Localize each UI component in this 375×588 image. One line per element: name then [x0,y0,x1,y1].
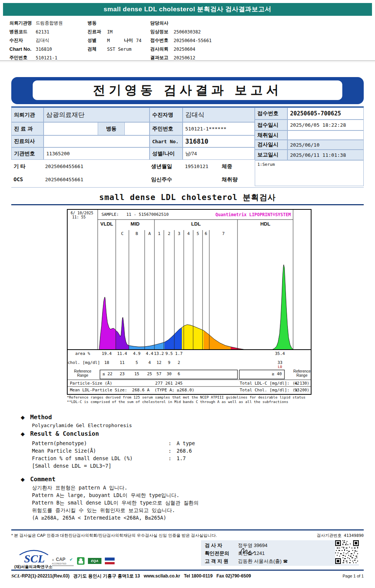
divider [11,204,364,205]
lipoprint-system-label: Quantimetrix LIPOPRINT®SYSTEM [192,212,291,217]
comment-heading: ◆ Comment [21,476,56,483]
ldl-band-1: 1 [154,231,164,236]
field-accept-no: 접수번호 20250604-55661 [150,36,237,45]
chol-hdl-low-flag: LO [272,365,287,369]
cell-label: 임신주수 [151,176,172,183]
report-banner-title: 전기영동 검사결과 보고서 [33,80,342,100]
ref-vldl: ≤ 22 [99,371,116,376]
anab-logo [105,558,115,564]
ref-midc: 23 [116,371,129,376]
chol-ldl3: 2 [172,360,185,365]
ldl-band-6: 6 [203,231,209,236]
hdl-area [272,265,294,350]
ref-ldl3: 6 [172,371,185,376]
result-sdldl-fraction: Fraction % of small dense LDL (%) : 1.7 [32,455,195,463]
result-pattern: Pattern(phenotype) : A type [32,440,195,448]
divider [11,570,364,571]
midc-area [116,317,129,350]
band-ldl-label: LDL [154,221,237,227]
cell-value: 19510121 [185,164,209,169]
svg-text:SCL: SCL [24,552,45,564]
cell-value [44,135,150,147]
row-label-reference-right: Reference Range [293,369,311,377]
cell-label: 수진자명 [150,108,183,122]
cell-value: 316810 [183,135,255,147]
cell-value: 삼광의료재단 [44,108,150,122]
cell-value: 남/74 [183,147,255,160]
cell-label: 진 료 과 [11,122,44,135]
row-label-particle-size: Particle-Size (Å) [70,381,112,386]
report-banner: 전기영동 검사결과 보고서 [11,77,364,104]
chart-footnote-2: **LDL-C is comprised of the sum of chole… [67,400,288,404]
patient-header-col2: 병동 진료과 IM 성별 M 나이 74 검체 SST Serum [88,19,148,53]
result-mean-size: Mean Particle Size(Å) : 268.6 [32,448,195,455]
result-note: [Small dense LDL = LDL3~7] [32,463,195,470]
chart-section-title: small dense LDL cholesterol 분획검사 [0,192,375,203]
cell-label: OCS [14,176,23,182]
cell-ward-label: 병동 [98,122,125,135]
mid-band-a: A [145,231,154,236]
certification-line: * 본 검사실은 CAP 인증과 대한진단검사의학회/진단검사의학재단의 우수검… [11,533,364,538]
result-sdldl-fraction-value: 1.7 [177,455,186,463]
cell-label: 접수번호 [255,108,287,120]
ldl-band-5: 5 [193,231,203,236]
result-rows: Pattern(phenotype) : A type Mean Particl… [32,440,195,470]
footer-left: SCL-RP2(1)-202211(Rev.03) 경기도 용인시 기흥구 흥덕… [11,573,251,579]
ldl-band-7: 7 [209,231,237,236]
cap-accredited-logo: ⚙ CAP ACCREDITED ✔ [52,556,74,566]
row-label-area: area % [68,351,98,356]
field-ward: 병동 [88,19,148,27]
band-mid-label: MID [116,221,154,227]
field-order-date: 검사의뢰 20250604 [150,45,237,53]
cell-label: 기 타 [14,163,26,170]
ref-midb: 15 [130,371,143,376]
cell-label: 의뢰기관 [11,108,44,122]
total-chol-ref: (≤ 200) [292,388,310,392]
report-title-bar: small dense LDL cholesterol 분획검사 검사결과보고서 [3,3,372,16]
cell-label: 기관번호 [11,147,44,160]
chol-midc: 11 [116,360,129,365]
ref-hdl: ≥ 40 [248,371,282,376]
cell-label: 체중 [222,163,232,170]
area-hdl: 35.4 [272,351,287,356]
mid-band-c: C [116,231,129,236]
ldl-band-4: 4 [184,231,193,236]
chart-footnote-1: *Reference ranges derived from 125 serum… [67,395,305,400]
particle-ldl3: 245 [172,381,185,386]
field-chart-no: Chart No. 316810 [9,45,85,53]
lab-report-page: small dense LDL cholesterol 분획검사 검사결과보고서… [0,0,375,588]
footer-line: SCL-RP2(1)-202211(Rev.03) 경기도 용인시 기흥구 흥덕… [11,573,364,579]
total-chol: Total Chol. [mg/dl]: 93 [240,388,299,393]
mean-particle-size: Mean LDL-Particle Size: 268.6 A (TYPE A;… [70,388,194,393]
cell-label: 주민번호 [150,122,183,135]
cell-value [287,130,364,140]
row-label-chol: chol. [mg/dl] [68,360,98,365]
result-mean-size-value: 268.6 [177,448,192,455]
lipoprint-chart: 6/ 10/2025 11: 55 SAMPLE: 11 - 515670062… [67,209,311,395]
area-midc: 11.4 [116,351,129,356]
area-midb: 4.9 [130,351,143,356]
cell-value: 20250605-700625 [287,108,364,120]
signature-icon [239,545,257,557]
footer-website: www.scllab.co.kr [144,573,180,579]
cell-label: 성별/나이 [150,147,183,160]
ldl1-area [165,327,182,350]
field-patient-name: 수진자 김대식 [9,36,85,45]
band-vldl-label: VLDL [98,221,116,227]
order-info-table: 의뢰기관 삼광의료재단 수진자명 김대식 진 료 과 병동 주민번호 51012… [11,106,364,188]
result-heading: ◆ Result & Conclusion [21,430,99,437]
cell-value: 김대식 [183,108,255,122]
method-heading: ◆ Method [21,414,52,421]
scl-subtitle: (재)서울의과학연구소 [14,564,53,570]
cert-logo-green [77,557,85,565]
print-date: 6/ 10/2025 [71,211,93,215]
ldl2-area [182,325,204,350]
midba-area [129,342,165,350]
total-ldl-c: Total LDL-C [mg/dl]: 42 [240,381,299,386]
cell-label: 채취량 [222,176,237,183]
cell-label: 접수일시 [255,120,287,130]
area-vldl: 19.4 [100,351,113,356]
field-specimen: 검체 SST Serum [88,45,148,53]
cell-value [44,122,150,135]
scl-logo: SCL [14,549,53,564]
